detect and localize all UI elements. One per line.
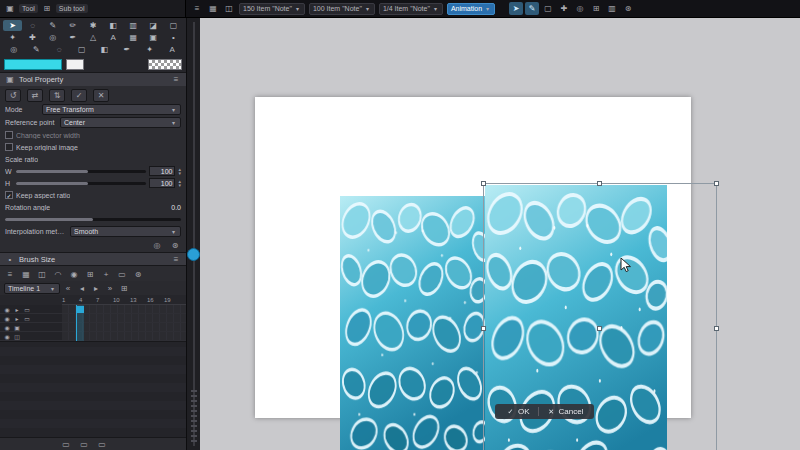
- width-slider[interactable]: [16, 170, 146, 173]
- reference-point-dropdown[interactable]: Center ▾: [60, 117, 181, 128]
- tool-eyedropper[interactable]: ✒: [63, 32, 82, 43]
- mode-dropdown[interactable]: Free Transform ▾: [42, 104, 181, 115]
- workspace-dropdown[interactable]: Animation ▾: [447, 3, 495, 15]
- divider-grip[interactable]: [191, 390, 197, 442]
- tool-eraser[interactable]: ◪: [144, 20, 163, 31]
- settings-icon[interactable]: ⊛: [169, 239, 181, 251]
- timeline-layer-row[interactable]: ◉ ▸ ▭: [0, 305, 186, 314]
- tool-pen-2[interactable]: ✎: [26, 44, 48, 55]
- folder-icon[interactable]: ▭: [78, 438, 90, 450]
- zoom-icon[interactable]: ◎: [573, 2, 587, 15]
- chevron-right-icon[interactable]: ▸: [13, 314, 21, 322]
- tool-text-2[interactable]: A: [161, 44, 183, 55]
- film-icon[interactable]: ▦: [207, 3, 219, 15]
- item-dropdown-3[interactable]: 1/4 Item "Note" ▾: [379, 3, 443, 15]
- camera-icon[interactable]: ◫: [223, 3, 235, 15]
- timeline-layer-row[interactable]: ◉ ▸ ▭: [0, 314, 186, 323]
- gear-icon[interactable]: ⊛: [621, 2, 635, 15]
- folder-icon[interactable]: ▭: [96, 438, 108, 450]
- onion-skin-icon[interactable]: ◠: [52, 268, 64, 280]
- tool-fill-2[interactable]: ◧: [94, 44, 116, 55]
- panel-menu-icon[interactable]: ≡: [170, 74, 182, 86]
- panel-menu-icon[interactable]: ≡: [170, 253, 182, 265]
- panel-icon[interactable]: ▣: [4, 3, 16, 15]
- timeline-selector[interactable]: Timeline 1 ▾: [4, 283, 60, 294]
- menu-icon[interactable]: ≡: [191, 3, 203, 15]
- cancel-icon[interactable]: ✕: [93, 89, 109, 102]
- transparent-color-swatch[interactable]: [148, 59, 182, 70]
- grid-icon[interactable]: ⊞: [589, 2, 603, 15]
- tool-dot[interactable]: •: [164, 32, 183, 43]
- timeline-ruler[interactable]: 14 710 1316 19: [62, 295, 186, 305]
- loop-icon[interactable]: ⊞: [118, 282, 130, 294]
- keep-original-image-checkbox[interactable]: [5, 143, 13, 151]
- camera-icon[interactable]: ◫: [36, 268, 48, 280]
- width-stepper[interactable]: ▴▾: [178, 167, 181, 175]
- tool-frame[interactable]: ▦: [124, 32, 143, 43]
- tool-pen[interactable]: ✎: [43, 20, 62, 31]
- skip-start-icon[interactable]: «: [62, 282, 74, 294]
- transform-handle-top-left[interactable]: [481, 181, 486, 186]
- timeline-layer-row[interactable]: ◉ ◫: [0, 332, 186, 341]
- play-icon[interactable]: ▸: [90, 282, 102, 294]
- tab-tool[interactable]: Tool: [19, 4, 38, 13]
- cancel-button[interactable]: ✕ Cancel: [543, 406, 588, 418]
- flip-horizontal-icon[interactable]: ⇄: [27, 89, 43, 102]
- timeline-menu-icon[interactable]: ≡: [4, 268, 16, 280]
- height-stepper[interactable]: ▴▾: [178, 179, 181, 187]
- magnifier-icon[interactable]: ◎: [151, 239, 163, 251]
- tool-wand-2[interactable]: ✦: [139, 44, 161, 55]
- tool-zoom-2[interactable]: ◎: [3, 44, 25, 55]
- folder-icon[interactable]: ▭: [60, 438, 72, 450]
- marquee-icon[interactable]: ▢: [541, 2, 555, 15]
- timeline-layer-row[interactable]: ◉ ▣: [0, 323, 186, 332]
- keep-aspect-ratio-checkbox[interactable]: ✓: [5, 191, 13, 199]
- height-value[interactable]: 100: [149, 178, 175, 188]
- frame-track[interactable]: [62, 314, 186, 322]
- tool-shape[interactable]: △: [83, 32, 102, 43]
- ok-button[interactable]: ✓ OK: [502, 406, 534, 418]
- brush-size-header[interactable]: • Brush Size ≡: [0, 252, 186, 265]
- item-dropdown-1[interactable]: 150 Item "Note" ▾: [239, 3, 305, 15]
- tool-panel[interactable]: ▣: [144, 32, 163, 43]
- item-dropdown-2[interactable]: 100 Item "Note" ▾: [309, 3, 375, 15]
- chevron-right-icon[interactable]: ▸: [13, 305, 21, 313]
- change-vector-width-checkbox[interactable]: [5, 131, 13, 139]
- height-slider[interactable]: [16, 182, 146, 185]
- tool-move[interactable]: ✚: [23, 32, 42, 43]
- tool-lasso-2[interactable]: ◌: [48, 44, 70, 55]
- eye-icon[interactable]: ◉: [3, 332, 11, 340]
- tool-zoom[interactable]: ◎: [43, 32, 62, 43]
- tool-text[interactable]: A: [104, 32, 123, 43]
- folder-icon[interactable]: ▭: [116, 268, 128, 280]
- tool-select-2[interactable]: ▢: [71, 44, 93, 55]
- divider-handle[interactable]: [187, 248, 200, 261]
- film-icon[interactable]: ▦: [20, 268, 32, 280]
- tool-fill[interactable]: ◧: [104, 20, 123, 31]
- active-frame-cell[interactable]: [76, 306, 84, 313]
- vertical-scrollbar[interactable]: [193, 22, 195, 446]
- rotate-icon[interactable]: ↺: [5, 89, 21, 102]
- add-frame-icon[interactable]: +: [100, 268, 112, 280]
- document-page[interactable]: [255, 97, 691, 418]
- rotation-slider[interactable]: [5, 218, 181, 221]
- transform-handle-top-right[interactable]: [714, 181, 719, 186]
- tool-wand[interactable]: ✦: [3, 32, 22, 43]
- secondary-color-swatch[interactable]: [66, 59, 84, 70]
- transform-handle-center[interactable]: [597, 326, 602, 331]
- tool-airbrush[interactable]: ✱: [83, 20, 102, 31]
- flip-vertical-icon[interactable]: ⇅: [49, 89, 65, 102]
- tool-marquee[interactable]: ▢: [164, 20, 183, 31]
- prev-frame-icon[interactable]: ◂: [76, 282, 88, 294]
- skip-end-icon[interactable]: »: [104, 282, 116, 294]
- tool-lasso[interactable]: ◌: [23, 20, 42, 31]
- grid-icon[interactable]: ⊞: [41, 3, 53, 15]
- tab-sub-tool[interactable]: Sub tool: [56, 4, 88, 13]
- eye-icon[interactable]: ◉: [68, 268, 80, 280]
- transform-handle-middle-right[interactable]: [714, 326, 719, 331]
- object-cursor-icon[interactable]: ➤: [509, 2, 523, 15]
- eye-icon[interactable]: ◉: [3, 305, 11, 313]
- eye-icon[interactable]: ◉: [3, 314, 11, 322]
- gear-icon[interactable]: ⊛: [132, 268, 144, 280]
- frame-track[interactable]: [62, 305, 186, 313]
